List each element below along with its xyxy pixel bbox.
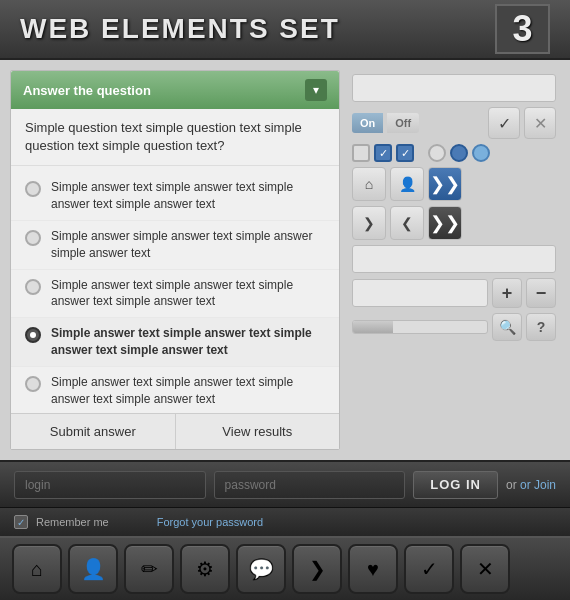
control-input[interactable] <box>352 74 556 102</box>
pm-input[interactable] <box>352 279 488 307</box>
toggle-row: On Off ✓ ✕ <box>352 107 556 139</box>
quiz-options: Simple answer text simple answer text si… <box>11 166 339 413</box>
checkbox-radio-row <box>352 144 556 162</box>
toggle-off-btn[interactable]: Off <box>387 113 419 133</box>
remember-row: Remember me Forgot your password <box>0 508 570 536</box>
home-nav-btn[interactable]: ⌂ <box>352 167 386 201</box>
option-text-5: Simple answer text simple answer text si… <box>51 374 325 408</box>
header: WEB ELEMENTS SET 3 <box>0 0 570 60</box>
progress-row: 🔍 ? <box>352 313 556 341</box>
progress-bar <box>352 320 488 334</box>
checkbox-2[interactable] <box>374 144 392 162</box>
password-input[interactable] <box>214 471 406 499</box>
help-btn[interactable]: ? <box>526 313 556 341</box>
option-text-1: Simple answer text simple answer text si… <box>51 179 325 213</box>
submit-answer-button[interactable]: Submit answer <box>11 414 176 449</box>
login-input[interactable] <box>14 471 206 499</box>
forward-btn[interactable]: ❯ <box>352 206 386 240</box>
chat-icon[interactable]: 💬 <box>236 544 286 594</box>
home-icon[interactable]: ⌂ <box>12 544 62 594</box>
checkbox-1[interactable] <box>352 144 370 162</box>
forgot-password-link[interactable]: Forgot your password <box>157 516 263 528</box>
gear-icon[interactable]: ⚙ <box>180 544 230 594</box>
radio-1[interactable] <box>428 144 446 162</box>
double-down-btn[interactable]: ❯❯ <box>428 206 462 240</box>
nav-row-2: ❯ ❮ ❯❯ <box>352 206 556 240</box>
plus-minus-row: + − <box>352 278 556 308</box>
radio-btn-4 <box>25 327 41 343</box>
option-text-2: Simple answer simple answer text simple … <box>51 228 325 262</box>
remember-me-checkbox[interactable] <box>14 515 28 529</box>
quiz-option-1[interactable]: Simple answer text simple answer text si… <box>11 172 339 221</box>
quiz-option-3[interactable]: Simple answer text simple answer text si… <box>11 270 339 319</box>
radio-btn-3 <box>25 279 41 295</box>
quiz-question: Simple question text simple question tex… <box>11 109 339 166</box>
quiz-dropdown-icon[interactable]: ▾ <box>305 79 327 101</box>
nav-row-1: ⌂ 👤 ❯❯ <box>352 167 556 201</box>
check-icon[interactable]: ✓ <box>404 544 454 594</box>
back-btn[interactable]: ❮ <box>390 206 424 240</box>
or-join-text: or or Join <box>506 478 556 492</box>
set-number: 3 <box>495 4 550 54</box>
chevron-down-icon[interactable]: ❯ <box>292 544 342 594</box>
icon-bar: ⌂👤✏⚙💬❯♥✓✕ <box>0 536 570 600</box>
close-icon[interactable]: ✕ <box>460 544 510 594</box>
view-results-button[interactable]: View results <box>176 414 340 449</box>
input-row <box>352 245 556 273</box>
quiz-option-2[interactable]: Simple answer simple answer text simple … <box>11 221 339 270</box>
radio-btn-5 <box>25 376 41 392</box>
option-text-3: Simple answer text simple answer text si… <box>51 277 325 311</box>
quiz-option-5[interactable]: Simple answer text simple answer text si… <box>11 367 339 413</box>
toggle-on-btn[interactable]: On <box>352 113 383 133</box>
quiz-footer: Submit answer View results <box>11 413 339 449</box>
user-icon[interactable]: 👤 <box>68 544 118 594</box>
chevron-down-btn[interactable]: ❯❯ <box>428 167 462 201</box>
edit-icon[interactable]: ✏ <box>124 544 174 594</box>
login-bar: LOG IN or or Join <box>0 460 570 508</box>
radio-2[interactable] <box>450 144 468 162</box>
x-button[interactable]: ✕ <box>524 107 556 139</box>
main-area: Answer the question ▾ Simple question te… <box>0 60 570 460</box>
progress-fill <box>353 321 393 333</box>
controls-panel: On Off ✓ ✕ ⌂ 👤 ❯❯ <box>348 70 560 450</box>
quiz-header: Answer the question ▾ <box>11 71 339 109</box>
search-btn[interactable]: 🔍 <box>492 313 522 341</box>
user-nav-btn[interactable]: 👤 <box>390 167 424 201</box>
checkbox-3[interactable] <box>396 144 414 162</box>
join-link[interactable]: or Join <box>520 478 556 492</box>
remember-me-label: Remember me <box>36 516 109 528</box>
quiz-option-4[interactable]: Simple answer text simple answer text si… <box>11 318 339 367</box>
radio-btn-2 <box>25 230 41 246</box>
radio-3[interactable] <box>472 144 490 162</box>
login-button[interactable]: LOG IN <box>413 471 498 499</box>
quiz-header-label: Answer the question <box>23 83 151 98</box>
heart-icon[interactable]: ♥ <box>348 544 398 594</box>
radio-btn-1 <box>25 181 41 197</box>
option-text-4: Simple answer text simple answer text si… <box>51 325 325 359</box>
minus-btn[interactable]: − <box>526 278 556 308</box>
plus-btn[interactable]: + <box>492 278 522 308</box>
secondary-input[interactable] <box>352 245 556 273</box>
check-button[interactable]: ✓ <box>488 107 520 139</box>
app-title: WEB ELEMENTS SET <box>20 13 340 45</box>
quiz-panel: Answer the question ▾ Simple question te… <box>10 70 340 450</box>
